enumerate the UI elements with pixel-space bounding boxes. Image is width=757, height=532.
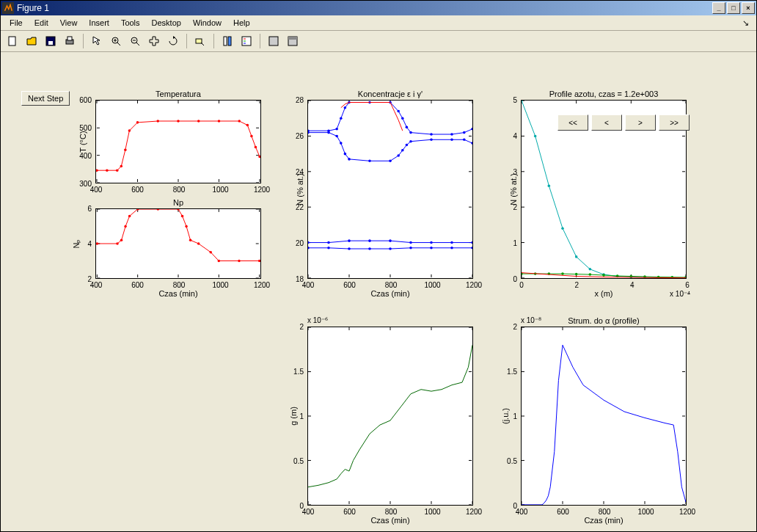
svg-point-133 [389, 160, 392, 163]
xlabel: Czas (min) [307, 516, 473, 525]
axes[interactable]: 4006008001000120000.511.52 [307, 327, 473, 506]
menu-edit[interactable]: Edit [29, 17, 54, 29]
svg-point-126 [308, 131, 310, 134]
menu-file[interactable]: File [4, 17, 29, 29]
xtick: 800 [380, 281, 402, 289]
axes[interactable]: 40060080010001200300400500600 [95, 100, 261, 183]
axes[interactable]: 40060080010001200246 [95, 208, 261, 279]
figure-window: Figure 1 _ □ × File Edit View Insert Too… [0, 0, 757, 532]
menu-desktop[interactable]: Desktop [146, 17, 187, 29]
insert-colorbar-icon[interactable] [219, 32, 236, 50]
zoom-out-icon[interactable] [126, 32, 144, 50]
xtick: 1000 [210, 186, 232, 194]
svg-point-134 [397, 154, 400, 157]
minimize-button[interactable]: _ [712, 2, 725, 14]
xtick: 1200 [251, 281, 273, 289]
svg-point-51 [238, 120, 241, 123]
nav-first[interactable]: << [557, 114, 588, 131]
ytick: 500 [79, 124, 92, 132]
plot-title: Temperatura [95, 90, 261, 98]
svg-point-81 [185, 225, 188, 228]
ytick: 6 [87, 205, 92, 213]
ytick: 1 [513, 412, 517, 420]
svg-point-42 [116, 169, 119, 172]
svg-point-138 [430, 139, 433, 142]
svg-rect-21 [288, 37, 297, 40]
svg-point-142 [308, 241, 310, 244]
new-icon[interactable] [4, 32, 21, 50]
svg-point-46 [136, 121, 139, 124]
menu-insert[interactable]: Insert [83, 17, 115, 29]
svg-point-157 [430, 247, 433, 249]
ytick: 18 [296, 275, 304, 283]
menu-view[interactable]: View [54, 17, 84, 29]
zoom-in-icon[interactable] [107, 32, 125, 50]
svg-point-127 [327, 131, 330, 134]
xtick: 1000 [635, 508, 657, 516]
ylabel: T (°C) [78, 131, 87, 152]
xlabel: Czas (min) [521, 516, 687, 525]
svg-point-86 [238, 260, 241, 263]
svg-point-41 [106, 169, 109, 172]
nav-prev[interactable]: < [591, 114, 622, 131]
svg-point-149 [450, 241, 453, 244]
ytick: 0 [513, 502, 517, 510]
y-multiplier: x 10⁻⁶ [307, 316, 328, 324]
next-step-button[interactable]: Next Step [21, 91, 70, 106]
svg-point-83 [197, 242, 200, 245]
plot-np: NpNₚCzas (min)40060080010001200246 [95, 208, 261, 279]
insert-legend-icon[interactable] [238, 32, 255, 50]
maximize-button[interactable]: □ [727, 2, 740, 14]
svg-point-181 [534, 135, 537, 138]
ytick: 22 [296, 203, 304, 211]
ytick: 1.5 [507, 368, 517, 376]
pan-icon[interactable] [145, 32, 163, 50]
xlabel: Czas (min) [307, 289, 473, 298]
svg-rect-12 [196, 39, 202, 43]
show-tools-icon[interactable] [284, 32, 301, 50]
hide-tools-icon[interactable] [265, 32, 282, 50]
menu-window[interactable]: Window [187, 17, 227, 29]
rotate-icon[interactable] [164, 32, 182, 50]
ytick: 0.5 [293, 457, 304, 465]
svg-point-43 [120, 165, 123, 168]
svg-point-136 [406, 144, 409, 147]
xtick: 1000 [210, 281, 232, 289]
svg-point-156 [409, 247, 412, 249]
arrow-icon[interactable] [88, 32, 106, 50]
ylabel: N (% at.) [296, 173, 304, 205]
data-cursor-icon[interactable] [191, 32, 209, 50]
ytick: 1.5 [293, 368, 304, 376]
save-icon[interactable] [42, 32, 59, 50]
svg-point-183 [561, 227, 564, 230]
xtick: 1000 [422, 508, 444, 516]
plot-strum: Strum. do α (profile)(j.u.)Czas (min)x 1… [521, 327, 687, 506]
close-button[interactable]: × [742, 2, 755, 14]
open-icon[interactable] [23, 32, 40, 50]
svg-point-130 [344, 153, 347, 156]
xtick: 1200 [676, 508, 698, 516]
svg-point-159 [471, 247, 472, 249]
axes[interactable]: 4006008001000120000.511.52 [521, 327, 687, 506]
svg-point-54 [255, 146, 257, 149]
svg-point-131 [348, 158, 351, 161]
menu-tools[interactable]: Tools [115, 17, 146, 29]
nav-last[interactable]: >> [659, 114, 690, 131]
ylabel: Nₚ [72, 239, 81, 249]
ytick: 600 [79, 96, 92, 104]
svg-point-50 [218, 120, 221, 123]
svg-point-48 [177, 120, 180, 123]
menu-help[interactable]: Help [227, 17, 256, 29]
xtick: 800 [380, 508, 402, 516]
svg-point-135 [401, 149, 404, 152]
titlebar[interactable]: Figure 1 _ □ × [1, 1, 756, 15]
profile-nav: <<<>>> [555, 114, 690, 131]
xtick: 1000 [422, 281, 444, 289]
axes[interactable]: 40060080010001200182022242628 [307, 100, 473, 279]
print-icon[interactable] [61, 32, 78, 50]
nav-next[interactable]: > [625, 114, 656, 131]
svg-point-80 [181, 215, 184, 218]
dock-icon[interactable]: ↘ [738, 17, 753, 29]
svg-point-52 [246, 124, 249, 127]
svg-point-137 [409, 140, 412, 143]
